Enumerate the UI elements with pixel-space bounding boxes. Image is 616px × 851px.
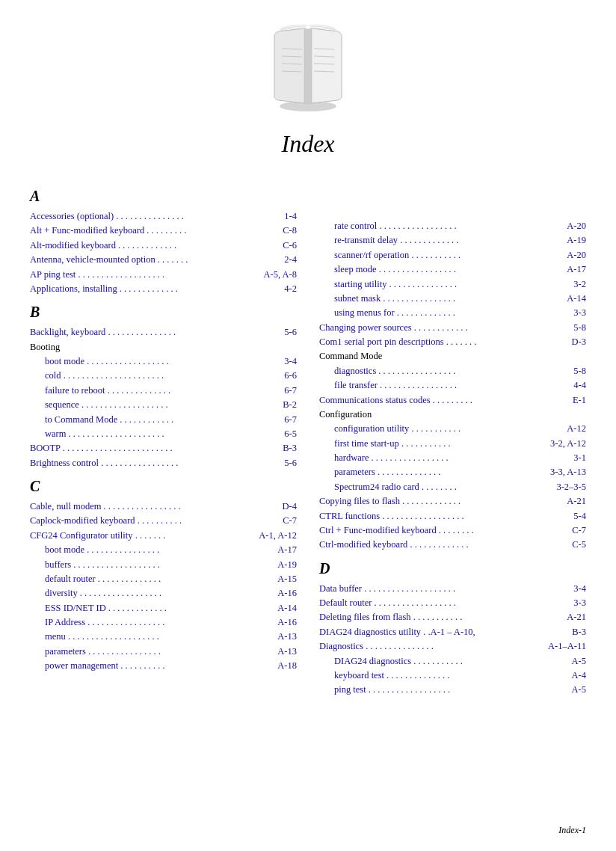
section-d-letter: D	[319, 560, 586, 577]
list-item: DIAG24 diagnostics utility . .A-1 – A-10…	[319, 625, 586, 639]
list-item: diversity . . . . . . . . . . . . . . . …	[30, 586, 297, 600]
list-item: Command Mode	[319, 349, 586, 363]
left-column: A Accessories (optional) . . . . . . . .…	[30, 180, 297, 698]
list-item: Diagnostics . . . . . . . . . . . . . . …	[319, 639, 586, 654]
list-item: ESS ID/NET ID . . . . . . . . . . . . . …	[30, 601, 297, 615]
list-item: AP ping test . . . . . . . . . . . . . .…	[30, 268, 297, 282]
section-d-entries: Data buffer . . . . . . . . . . . . . . …	[319, 582, 586, 698]
book-icon	[30, 22, 586, 123]
right-column: rate control . . . . . . . . . . . . . .…	[319, 180, 586, 698]
list-item: to Command Mode . . . . . . . . . . . . …	[30, 413, 297, 427]
list-item: using menus for . . . . . . . . . . . . …	[319, 306, 586, 320]
list-item: failure to reboot . . . . . . . . . . . …	[30, 384, 297, 398]
list-item: power management . . . . . . . . . . A-1…	[30, 659, 297, 673]
list-item: hardware . . . . . . . . . . . . . . . .…	[319, 451, 586, 465]
list-item: Alt-modified keyboard . . . . . . . . . …	[30, 239, 297, 253]
list-item: Copying files to flash . . . . . . . . .…	[319, 494, 586, 509]
list-item: rate control . . . . . . . . . . . . . .…	[319, 219, 586, 233]
list-item: Changing power sources . . . . . . . . .…	[319, 321, 586, 335]
list-item: configuration utility . . . . . . . . . …	[319, 422, 586, 436]
list-item: Configuration	[319, 408, 586, 422]
section-c-letter: C	[30, 478, 297, 495]
list-item: file transfer . . . . . . . . . . . . . …	[319, 378, 586, 393]
section-c-continued: rate control . . . . . . . . . . . . . .…	[319, 219, 586, 553]
section-b-entries: Backlight, keyboard . . . . . . . . . . …	[30, 325, 297, 470]
list-item: Applications, installing . . . . . . . .…	[30, 282, 297, 296]
list-item: BOOTP . . . . . . . . . . . . . . . . . …	[30, 441, 297, 455]
page-title: Index	[30, 130, 586, 158]
list-item: Cable, null modem . . . . . . . . . . . …	[30, 500, 297, 514]
list-item: subnet mask . . . . . . . . . . . . . . …	[319, 292, 586, 306]
list-item: parameters . . . . . . . . . . . . . . 3…	[319, 465, 586, 479]
list-item: Data buffer . . . . . . . . . . . . . . …	[319, 582, 586, 596]
list-item: sleep mode . . . . . . . . . . . . . . .…	[319, 262, 586, 277]
list-item: Ctrl-modified keyboard . . . . . . . . .…	[319, 538, 586, 552]
list-item: CFG24 Configurator utility . . . . . . .…	[30, 529, 297, 543]
list-item: Spectrum24 radio card . . . . . . . . 3-…	[319, 480, 586, 494]
list-item: Antenna, vehicle-mounted option . . . . …	[30, 253, 297, 267]
list-item: first time start-up . . . . . . . . . . …	[319, 437, 586, 451]
list-item: CTRL functions . . . . . . . . . . . . .…	[319, 509, 586, 523]
list-item: Deleting files from flash . . . . . . . …	[319, 610, 586, 624]
list-item: scanner/rf operation . . . . . . . . . .…	[319, 248, 586, 262]
list-item: default router . . . . . . . . . . . . .…	[30, 572, 297, 586]
section-c-entries: Cable, null modem . . . . . . . . . . . …	[30, 500, 297, 674]
page-footer: Index-1	[558, 825, 586, 836]
list-item: boot mode . . . . . . . . . . . . . . . …	[30, 354, 297, 369]
list-item: Communications status codes . . . . . . …	[319, 393, 586, 408]
list-item: ping test . . . . . . . . . . . . . . . …	[319, 683, 586, 697]
list-item: Default router . . . . . . . . . . . . .…	[319, 596, 586, 610]
list-item: warm . . . . . . . . . . . . . . . . . .…	[30, 427, 297, 441]
list-item: Caplock-modified keyboard . . . . . . . …	[30, 514, 297, 528]
list-item: parameters . . . . . . . . . . . . . . .…	[30, 645, 297, 659]
list-item: Alt + Func-modified keyboard . . . . . .…	[30, 224, 297, 238]
section-a-letter: A	[30, 188, 297, 205]
section-a-entries: Accessories (optional) . . . . . . . . .…	[30, 209, 297, 296]
list-item: IP Address . . . . . . . . . . . . . . .…	[30, 615, 297, 630]
list-item: sequence . . . . . . . . . . . . . . . .…	[30, 398, 297, 412]
list-item: DIAG24 diagnostics . . . . . . . . . . .…	[319, 654, 586, 669]
list-item: starting utility . . . . . . . . . . . .…	[319, 277, 586, 292]
list-item: Booting	[30, 340, 297, 354]
page: Index A Accessories (optional) . . . . .…	[0, 0, 616, 851]
list-item: boot mode . . . . . . . . . . . . . . . …	[30, 543, 297, 557]
list-item: keyboard test . . . . . . . . . . . . . …	[319, 669, 586, 683]
list-item: Accessories (optional) . . . . . . . . .…	[30, 209, 297, 224]
index-content: A Accessories (optional) . . . . . . . .…	[30, 180, 586, 698]
list-item: menu . . . . . . . . . . . . . . . . . .…	[30, 630, 297, 644]
list-item: Brightness control . . . . . . . . . . .…	[30, 456, 297, 470]
section-b-letter: B	[30, 304, 297, 321]
list-item: diagnostics . . . . . . . . . . . . . . …	[319, 364, 586, 378]
list-item: Backlight, keyboard . . . . . . . . . . …	[30, 325, 297, 340]
list-item: Ctrl + Func-modified keyboard . . . . . …	[319, 523, 586, 538]
list-item: buffers . . . . . . . . . . . . . . . . …	[30, 558, 297, 572]
list-item: re-transmit delay . . . . . . . . . . . …	[319, 233, 586, 248]
list-item: cold . . . . . . . . . . . . . . . . . .…	[30, 369, 297, 383]
list-item: Com1 serial port pin descriptions . . . …	[319, 335, 586, 349]
